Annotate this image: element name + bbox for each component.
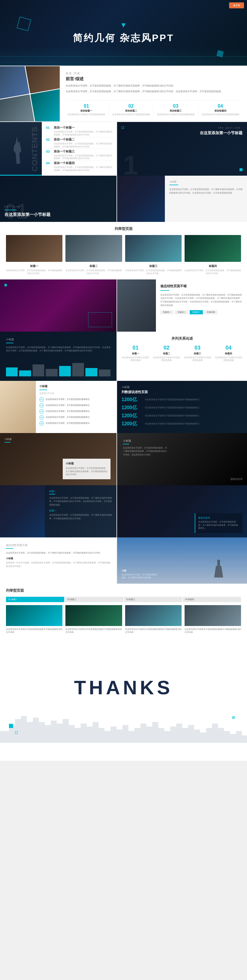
final-tab-label-3: 03 标题三 <box>126 598 180 601</box>
num-text-2: 在这里添加文字说明，文字是您思想的提炼简洁 <box>46 404 90 407</box>
horizon-line <box>0 56 247 57</box>
related-col-2: 02 标题二 在这里添加文字说明文字是您思想的提炼 <box>152 345 181 362</box>
bar-6 <box>72 363 84 376</box>
contents-panel: CONTENTS <box>0 122 42 176</box>
part-right-text: the part one: 在这里添加第一小节标题 <box>200 126 242 136</box>
mini-bar-chart <box>6 361 111 376</box>
building-accent <box>49 494 55 495</box>
bar-5 <box>59 366 71 376</box>
col1-label: 添加标题一 <box>66 110 107 113</box>
sky-card: 板权信息等 在这里添加文字说明，文字是您思想的提炼，为了最终呈现的完美效果，尽可… <box>195 513 242 533</box>
numbered-img <box>0 381 36 433</box>
contents-num-3: 03 <box>46 150 51 153</box>
guitar-summary-row: 做总结性页面不错 在这里添加文字说明，文字是您思想的提炼，为了最终呈现的完美效果… <box>0 280 247 332</box>
stat-text-2: 在这里添加文字说明文字是您思想的提炼尽可能的提炼简洁 <box>145 406 199 409</box>
gallery-label-3: 标题三 <box>149 264 157 268</box>
dark-title-line <box>6 343 13 343</box>
numbered-line <box>39 390 47 390</box>
ws-line <box>6 548 13 549</box>
final-col-text-2: 在这里添加文字说明文字是您思想的提炼尽可能的提炼简洁的文字内容 <box>66 628 122 634</box>
gallery-img-4 <box>184 235 241 262</box>
stat-row-2: 1200亿 在这里添加文字说明文字是您思想的提炼尽可能的提炼简洁 <box>122 405 242 411</box>
person-slide-label: 小标题 <box>5 438 12 442</box>
num-text-1: 在这里添加文字说明，文字是您思想的提炼简洁 <box>46 398 90 401</box>
gallery-label-4: 标题四 <box>209 264 217 268</box>
num-circle-3: 03 <box>39 409 44 414</box>
gallery-item-1: 标题一 在这里添加文字说明，文字是您思想的提炼，尽可能的提炼简洁的文字内容。 <box>6 235 63 275</box>
intro-slide: 前言·综述 前言·综述 在这里添加文字说明，文字是您思想的提炼，为了最终呈现的完… <box>0 66 247 121</box>
gallery-item-3: 标题三 在这里添加文字说明，文字是您思想的提炼，尽可能的提炼简洁的文字内容。 <box>125 235 181 275</box>
stat-row-4: 1200亿 在这里添加文字说明文字是您思想的提炼尽可能的提炼简洁 <box>122 421 242 427</box>
contents-sub-2: 在这里添加文字说明，文字是您思想的提炼，为了最终呈现的完美效果，尽可能的提炼简洁… <box>54 142 112 148</box>
col4-label: 添加标题四 <box>200 110 241 113</box>
dark-small-title: 小标题 <box>6 337 111 342</box>
part-en-label: the part one: <box>200 126 242 129</box>
part01-right-panel: 小标题 在这里添加文字说明，文字是您思想的提炼，为了最终呈现的完美效果，尽可能的… <box>117 176 247 222</box>
tag-4: 关键词四 <box>204 310 217 314</box>
person-img-slide: 小标题 在这里添加文字说明，文字是您思想的提炼，为了最终呈现的完美效果，尽可能的… <box>0 433 117 485</box>
final-tab-3[interactable]: 03 标题三 <box>124 597 182 602</box>
ws-label: 做总结性页面不错 <box>6 543 111 547</box>
contents-title-4: 添加一个标题四 <box>54 161 112 165</box>
dark-text-slide: 小标题 在这里添加文字说明，文字是您思想的提炼，为了最终呈现的完美效果，尽可能的… <box>0 332 117 381</box>
gallery-grid: 标题一 在这里添加文字说明，文字是您思想的提炼，尽可能的提炼简洁的文字内容。 标… <box>6 235 241 275</box>
city-svg <box>0 707 247 743</box>
cloud-text: 小标 在这里添加文字说明，文字是您思想的提炼，为了最终呈现的完美效果。 <box>122 569 157 579</box>
gallery-label-1: 标题一 <box>30 264 38 268</box>
final-img-1 <box>6 605 63 626</box>
col2-num: 02 <box>111 103 152 109</box>
thanks-text: THANKS <box>74 676 173 699</box>
person-card-text: 在这里添加文字说明，文字是您思想的提炼，为了最终呈现的完美效果，尽可能的提炼简洁… <box>66 467 107 476</box>
steps-slide: 小标题 在这里添加文字说明，文字是您思想的提炼，为了最终呈现的完美效果，尽可能的… <box>117 433 247 485</box>
guitar-slide <box>0 280 117 332</box>
part01-small-title: 小标题 <box>169 180 242 183</box>
final-tab-2[interactable]: 02 标题二 <box>65 597 123 602</box>
gallery-item-4: 标题四 在这里添加文字说明，文字是您思想的提炼，尽可能的提炼简洁的文字内容。 <box>184 235 241 275</box>
num-item-1: 01 在这里添加文字说明，文字是您思想的提炼简洁 <box>39 397 113 402</box>
stat-num-4: 1200亿 <box>122 421 143 427</box>
final-col-3: 在这里添加文字说明文字是您思想的提炼尽可能的提炼简洁的文字内容 <box>125 605 181 634</box>
final-col-text-1: 在这里添加文字说明文字是您思想的提炼尽可能的提炼简洁的文字内容 <box>6 628 63 634</box>
contents-item-1: 01 添加一个标题一 在这里添加文字说明，文字是您思想的提炼，为了最终呈现的完美… <box>46 126 112 136</box>
related-num-4: 04 <box>215 345 242 351</box>
sky-card-text: 在这里添加文字说明，文字是您思想的提炼，为了最终呈现的完美效果，尽可能的提炼简洁… <box>198 520 239 530</box>
contents-sub-4: 在这里添加文字说明，文字是您思想的提炼，为了最终呈现的完美效果，尽可能的提炼简洁… <box>54 166 112 172</box>
building-img-wrap <box>0 485 45 538</box>
part-one-header-slide: 1 the part one: 在这里添加第一小节标题 <box>117 122 247 176</box>
final-tab-4[interactable]: 04 标题四 <box>183 597 241 602</box>
intro-col-4: 04 添加标题四 在这里添加文字说明文字是您思想的提炼 <box>200 103 241 116</box>
intro-label: 前言·综述 <box>66 72 241 75</box>
col2-text: 在这里添加文字说明文字是您思想的提炼 <box>111 113 152 116</box>
num-text-5: 在这里添加文字说明，文字是您思想的提炼简洁 <box>46 422 90 425</box>
guitar-sq <box>5 284 7 286</box>
steps-bottom-text: 版权信息等 <box>231 477 242 481</box>
final-tab-row: 01 标题一 02 标题二 03 标题三 04 标题四 <box>6 597 241 602</box>
white-summary-slide: 做总结性页面不错 在这里添加文字说明，文字是您思想的提炼，为了最终呈现的完美效果… <box>0 538 117 584</box>
guitar-frame <box>88 312 112 327</box>
final-list-title: 列举型页面 <box>6 588 241 593</box>
building-img <box>0 485 45 538</box>
ws-small-block: 小标题 这里添加一行文字小标题。在这里添加文字说明，文字是您思想的提炼，为了最终… <box>6 557 111 568</box>
stat-row-1: 1200亿 在这里添加文字说明文字是您思想的提炼尽可能的提炼简洁 <box>122 397 242 403</box>
bottom-padding <box>0 743 247 761</box>
bar-1 <box>6 368 18 376</box>
num-text-3: 在这里添加文字说明，文字是您思想的提炼简洁 <box>46 410 90 413</box>
final-tab-1[interactable]: 01 标题一 <box>6 597 64 602</box>
cyan-deco-sq <box>239 168 242 171</box>
gallery-img-3 <box>125 235 181 262</box>
intro-col-3: 03 添加标题三 在这里添加文字说明文字是您思想的提炼 <box>155 103 197 116</box>
intro-content: 前言·综述 前言·综述 在这里添加文字说明，文字是您思想的提炼，为了最终呈现的完… <box>60 66 247 121</box>
part01-image <box>117 176 165 222</box>
tag-3: 关键词三 <box>190 310 203 314</box>
gallery-title: 列举型页面 <box>6 226 241 231</box>
col3-label: 添加标题三 <box>155 110 197 113</box>
contents-sep-2 <box>46 148 112 149</box>
col-divider-2 <box>153 103 154 116</box>
bar-7 <box>85 368 97 376</box>
logo-badge: 澳矛网 <box>229 2 244 8</box>
p01-line <box>5 210 16 210</box>
city-silhouette <box>0 707 247 743</box>
contents-row-wrapper: CONTENTS 01 添加一个标题一 在这里添加文字说明，文字是您思想的提炼，… <box>0 122 247 176</box>
intro-body2: 在这里添加文字说明，文字是您思想的提炼，为了最终呈现的完美效果，尽可能的提炼简洁… <box>66 90 241 94</box>
col4-text: 在这里添加文字说明文字是您思想的提炼 <box>200 113 241 116</box>
